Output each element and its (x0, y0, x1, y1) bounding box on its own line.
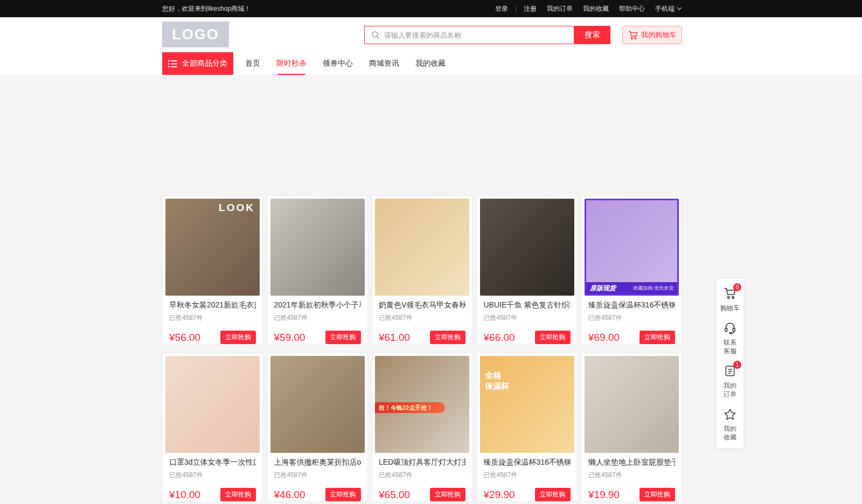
product-card[interactable]: 全格 保温杯 臻质旋盖保温杯316不锈钢内胆... 已抢4587件 ¥29.90… (477, 353, 578, 502)
product-image (165, 356, 260, 453)
product-title: LED吸顶灯具客厅灯大灯主卧... (379, 458, 465, 467)
buy-now-button[interactable]: 立即抢购 (325, 331, 361, 344)
orders-count-badge: 1 (733, 361, 741, 369)
image-overlay-text: 抢！今晚22点开抢！ (375, 402, 445, 413)
product-card[interactable]: 上海客供撤柜奥莱折扣店outlets 已抢4587件 ¥46.00 立即抢购 (267, 353, 368, 502)
buy-now-button[interactable]: 立即抢购 (639, 488, 675, 501)
flash-sale-product-grid: LOOK 早秋冬女装2021新款毛衣盐系... 已抢4587件 ¥56.00 立… (162, 195, 682, 502)
product-card[interactable]: 原版现货收藏加购 优先发货 臻质旋盖保温杯316不锈钢内胆... 已抢4587件… (581, 195, 682, 345)
product-card[interactable]: 2021年新款初秋季小个子马甲... 已抢4587件 ¥59.00 立即抢购 (267, 195, 368, 345)
product-title: 口罩3d立体女冬季一次性口罩 (169, 458, 256, 467)
help-center-link[interactable]: 帮助中心 (619, 4, 645, 13)
sidebar-item-cart[interactable]: 0 购物车 (720, 286, 740, 312)
main-nav: 首页 限时秒杀 领券中心 商城资讯 我的收藏 (245, 52, 446, 75)
product-title: 早秋冬女装2021新款毛衣盐系... (169, 300, 256, 310)
product-card[interactable]: 懒人坐垫地上卧室屁股垫子办... 已抢4587件 ¥19.90 立即抢购 (581, 353, 682, 502)
product-sold-count: 已抢4587件 (588, 313, 675, 323)
product-price: ¥10.00 (169, 489, 200, 501)
floating-toolbar: 0 购物车 联系 客服 1 我的 订单 (717, 279, 743, 448)
cart-count-badge: 0 (733, 283, 741, 291)
product-title: 奶黄色V领毛衣马甲女春秋慵懒... (379, 300, 465, 310)
product-image (585, 356, 679, 453)
buy-now-button[interactable]: 立即抢购 (535, 331, 571, 344)
register-link[interactable]: 注册 (524, 4, 537, 13)
nav-home[interactable]: 首页 (245, 59, 260, 68)
my-favorites-link[interactable]: 我的收藏 (583, 4, 609, 13)
sidebar-item-customer-service[interactable]: 联系 客服 (723, 321, 737, 355)
product-image: LOOK (165, 199, 260, 296)
product-image: 抢！今晚22点开抢！ (375, 356, 469, 453)
product-sold-count: 已抢4587件 (588, 471, 675, 480)
nav-flash-sale[interactable]: 限时秒杀 (276, 59, 307, 68)
my-orders-link[interactable]: 我的订单 (547, 4, 573, 13)
product-sold-count: 已抢4587件 (484, 471, 571, 480)
buy-now-button[interactable]: 立即抢购 (220, 331, 256, 344)
product-title: 懒人坐垫地上卧室屁股垫子办... (588, 458, 675, 467)
product-image (375, 199, 469, 296)
product-price: ¥66.00 (484, 332, 515, 344)
product-image: 全格 保温杯 (480, 356, 574, 453)
product-card[interactable]: 口罩3d立体女冬季一次性口罩 已抢4587件 ¥10.00 立即抢购 (162, 353, 263, 502)
image-overlay-text: LOOK (219, 202, 255, 214)
cart-icon (628, 31, 638, 40)
product-image (270, 356, 365, 453)
product-title: 臻质旋盖保温杯316不锈钢内胆... (588, 300, 675, 310)
product-sold-count: 已抢4587件 (379, 471, 465, 480)
image-banner: 原版现货收藏加购 优先发货 (586, 282, 677, 294)
product-image: 原版现货收藏加购 优先发货 (585, 199, 679, 296)
buy-now-button[interactable]: 立即抢购 (430, 488, 465, 501)
product-image (270, 199, 365, 296)
product-card[interactable]: LOOK 早秋冬女装2021新款毛衣盐系... 已抢4587件 ¥56.00 立… (162, 195, 263, 345)
star-icon (724, 408, 736, 421)
sidebar-item-my-favorites[interactable]: 我的 收藏 (723, 407, 737, 442)
product-card[interactable]: 奶黄色V领毛衣马甲女春秋慵懒... 已抢4587件 ¥61.00 立即抢购 (372, 195, 472, 345)
nav-my-favorites[interactable]: 我的收藏 (415, 59, 446, 68)
buy-now-button[interactable]: 立即抢购 (430, 331, 465, 344)
product-price: ¥59.00 (274, 332, 305, 344)
buy-now-button[interactable]: 立即抢购 (535, 488, 571, 501)
chevron-down-icon (677, 7, 682, 10)
search-bar: 搜索 (364, 26, 610, 44)
image-overlay-text: 全格 保温杯 (485, 370, 510, 391)
product-price: ¥46.00 (274, 489, 305, 501)
product-title: 臻质旋盖保温杯316不锈钢内胆... (484, 458, 571, 467)
my-cart-button[interactable]: 我的购物车 (622, 26, 682, 44)
product-sold-count: 已抢4587件 (379, 313, 465, 323)
product-sold-count: 已抢4587件 (169, 471, 256, 480)
search-icon (371, 31, 380, 39)
nav-coupon-center[interactable]: 领券中心 (323, 59, 353, 68)
buy-now-button[interactable]: 立即抢购 (639, 331, 675, 344)
all-categories-button[interactable]: 全部商品分类 (162, 52, 233, 75)
site-header: LOGO 搜索 我的购物车 全部商品分类 首页 限时秒杀 领券中心 商城资讯 我… (0, 17, 862, 75)
mobile-site-link[interactable]: 手机端 (655, 4, 682, 13)
login-link[interactable]: 登录 (495, 4, 508, 13)
top-utility-bar: 您好，欢迎来到likeshop商城！ 登录 | 注册 我的订单 我的收藏 帮助中… (0, 0, 862, 17)
product-image (480, 199, 574, 296)
product-sold-count: 已抢4587件 (274, 471, 361, 480)
product-title: 上海客供撤柜奥莱折扣店outlets (274, 458, 361, 467)
divider: | (515, 5, 517, 12)
product-price: ¥19.90 (588, 489, 620, 501)
category-list-icon (168, 60, 177, 68)
nav-mall-news[interactable]: 商城资讯 (369, 59, 399, 68)
product-sold-count: 已抢4587件 (169, 313, 256, 323)
product-price: ¥65.00 (379, 489, 410, 501)
product-card[interactable]: UBUIE干鱼 紫色复古针织衫马... 已抢4587件 ¥66.00 立即抢购 (477, 195, 578, 345)
site-logo[interactable]: LOGO (162, 22, 229, 47)
sidebar-item-my-orders[interactable]: 1 我的 订单 (723, 364, 737, 398)
headset-icon (724, 321, 736, 334)
product-card[interactable]: 抢！今晚22点开抢！ LED吸顶灯具客厅灯大灯主卧... 已抢4587件 ¥65… (372, 353, 472, 502)
buy-now-button[interactable]: 立即抢购 (325, 488, 361, 501)
product-sold-count: 已抢4587件 (484, 313, 571, 323)
welcome-text: 您好，欢迎来到likeshop商城！ (162, 4, 251, 13)
product-title: UBUIE干鱼 紫色复古针织衫马... (484, 300, 571, 310)
product-price: ¥29.90 (484, 489, 515, 501)
product-price: ¥61.00 (379, 332, 410, 344)
product-price: ¥56.00 (169, 332, 200, 344)
search-button[interactable]: 搜索 (574, 26, 610, 44)
search-input[interactable] (384, 31, 562, 39)
product-title: 2021年新款初秋季小个子马甲... (274, 300, 361, 310)
product-price: ¥69.00 (588, 332, 620, 344)
buy-now-button[interactable]: 立即抢购 (220, 488, 256, 501)
product-sold-count: 已抢4587件 (274, 313, 361, 323)
